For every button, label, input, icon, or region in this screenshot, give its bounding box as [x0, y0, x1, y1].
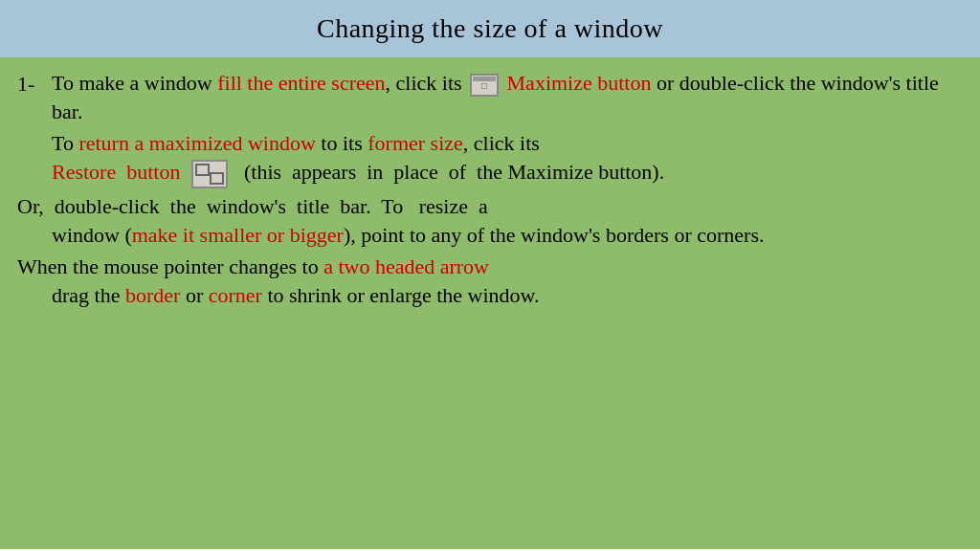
block-3: Or, double-click the window's title bar.… — [17, 192, 963, 249]
highlight-return-maximized: return a maximized window — [78, 131, 315, 155]
block-3-text: Or, double-click the window's title bar.… — [17, 194, 963, 249]
header-title: Changing the size of a window — [317, 13, 663, 43]
block-1-text: To make a window fill the entire screen,… — [52, 69, 963, 125]
block-2: To return a maximized window to its form… — [17, 129, 963, 188]
highlight-two-headed-arrow: a two headed arrow — [323, 254, 489, 278]
highlight-fill-screen: fill the entire screen — [217, 71, 385, 95]
block-2-text: To return a maximized window to its form… — [52, 131, 664, 184]
header: Changing the size of a window — [0, 0, 980, 57]
highlight-maximize-button: Maximize button — [507, 71, 652, 95]
highlight-restore-button: Restore button — [52, 160, 180, 184]
highlight-corner: corner — [209, 283, 262, 307]
highlight-border: border — [125, 283, 180, 307]
block-1: 1- To make a window fill the entire scre… — [17, 69, 963, 125]
block-4-text: When the mouse pointer changes to a two … — [17, 254, 963, 309]
highlight-former-size: former size — [368, 131, 463, 155]
highlight-smaller-bigger: make it smaller or bigger — [132, 223, 344, 247]
block-4: When the mouse pointer changes to a two … — [17, 253, 963, 309]
maximize-icon-1: □ — [470, 74, 499, 97]
list-number: 1- — [17, 69, 52, 99]
content-area: 1- To make a window fill the entire scre… — [0, 57, 980, 549]
restore-icon — [191, 160, 228, 188]
